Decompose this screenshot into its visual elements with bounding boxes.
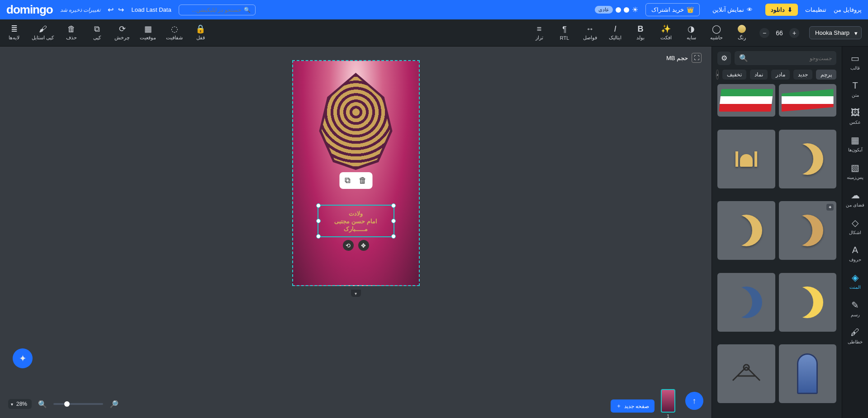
zoom-slider[interactable] [53, 403, 103, 405]
rail-text[interactable]: Tمتن [842, 79, 868, 99]
handle-top-right[interactable] [391, 203, 396, 208]
asset-mosque-clouds[interactable] [717, 130, 775, 188]
font-size-decrease[interactable]: − [759, 28, 769, 38]
canvas-expand-down[interactable]: ▾ [351, 290, 361, 297]
tool-rtl[interactable]: ¶RTL [557, 25, 572, 41]
tool-shadow[interactable]: ◑سایه [683, 25, 699, 41]
page-thumbnail-1[interactable]: 1 [661, 389, 675, 413]
tool-color[interactable]: رنگ [734, 25, 749, 41]
redo-icon[interactable]: ↪ [118, 5, 124, 14]
rail-calligraphy[interactable]: 🖋خطاطی [842, 325, 868, 346]
chip-new[interactable]: جدید [793, 70, 812, 80]
text-line-1[interactable]: ولادت [349, 210, 363, 217]
text-line-3[interactable]: مـــــبارک [344, 225, 368, 232]
arrow-up-icon: ↑ [693, 396, 697, 406]
mode-toggle[interactable]: ☀ عادی [595, 5, 638, 14]
window-shape [797, 353, 818, 394]
subscribe-button[interactable]: 👑 خرید اشتراک [645, 3, 700, 16]
handle-mid-left[interactable] [316, 219, 321, 223]
tool-align[interactable]: ≡تراز [531, 25, 547, 41]
new-page-button[interactable]: ＋ صفحه جدید [611, 399, 655, 413]
zoom-out-icon[interactable]: 🔎 [109, 400, 119, 409]
asset-moon-blue[interactable] [717, 273, 775, 332]
undo-icon[interactable]: ↩ [108, 5, 114, 14]
asset-window-ornate[interactable] [779, 344, 837, 403]
delete-icon[interactable]: 🗑 [359, 176, 367, 185]
tool-spacing[interactable]: ↔فواصل [582, 25, 598, 41]
zoom-slider-knob[interactable] [64, 401, 70, 407]
canvas-frame[interactable]: ⧉ 🗑 ولادت امام حسن مجتبی مـــــبارک ⟲ ✥ … [292, 60, 420, 286]
asset-flag-waving[interactable] [717, 84, 775, 117]
text-selection[interactable]: ولادت امام حسن مجتبی مـــــبارک [318, 205, 394, 237]
chip-mother[interactable]: مادر [771, 70, 790, 80]
chips-scroll-left[interactable]: ‹ [716, 70, 719, 80]
load-last-data-button[interactable]: Load Last Data [131, 6, 171, 13]
tool-italic[interactable]: Iایتالیک [607, 25, 623, 41]
tool-lock-label: قفل [196, 35, 205, 41]
cloud-icon: ☁ [851, 190, 860, 201]
template-icon: ▭ [851, 53, 859, 64]
asset-moon-ornate[interactable] [779, 130, 837, 188]
asset-moon-lanterns[interactable] [717, 201, 775, 260]
tool-bold[interactable]: Bبولد [633, 25, 648, 41]
calligraphy-artwork[interactable] [315, 73, 397, 170]
asset-search-input[interactable] [751, 55, 832, 61]
rail-element[interactable]: ◈المنت [842, 270, 868, 291]
duplicate-icon[interactable]: ⧉ [345, 176, 351, 185]
zoom-in-icon[interactable]: 🔍 [38, 400, 47, 409]
chip-flag[interactable]: پرچم [816, 70, 836, 80]
move-handle[interactable]: ✥ [358, 240, 369, 251]
tool-position[interactable]: ▦موقعیت [140, 25, 156, 41]
font-size-value[interactable]: 66 [773, 29, 786, 37]
tool-border[interactable]: ◯حاشیه [709, 25, 724, 41]
shapes-icon: ◇ [852, 217, 859, 228]
rotate-handle[interactable]: ⟲ [343, 240, 354, 251]
tool-delete[interactable]: 🗑حذف [64, 25, 79, 41]
magic-button[interactable]: ✦ [13, 348, 33, 368]
search-icon: 🔍 [244, 7, 251, 13]
tool-lock[interactable]: 🔒قفل [193, 25, 208, 41]
moon-blue-shape [730, 286, 762, 318]
rail-background[interactable]: ▧پس‌زمینه [842, 160, 868, 182]
tool-opacity[interactable]: ◌شفافیت [166, 25, 183, 41]
tool-layers[interactable]: ≣لایه‌ها [6, 25, 22, 41]
rail-letters[interactable]: Aحروف [842, 243, 868, 264]
profile-link[interactable]: پروفایل من [834, 6, 862, 13]
tool-copy[interactable]: ⧉کپی [89, 25, 104, 41]
filter-button[interactable]: ⚙ [717, 52, 731, 65]
rail-draw[interactable]: ✎رسم [842, 298, 868, 319]
tool-bold-label: بولد [636, 35, 645, 41]
rail-icons[interactable]: ▦آیکون‌ها [842, 133, 868, 154]
handle-bottom-right[interactable] [391, 234, 396, 239]
app-search-input[interactable] [184, 7, 241, 13]
rail-myspace[interactable]: ☁فضای من [842, 188, 868, 209]
font-size-increase[interactable]: + [789, 28, 799, 38]
handle-bottom-left[interactable] [316, 234, 321, 239]
app-search[interactable]: 🔍 [179, 5, 256, 15]
tool-rotate[interactable]: ⟳چرخش [114, 25, 130, 41]
mosque-shape [735, 151, 757, 167]
asset-moon-smooth[interactable]: ✦ [779, 201, 837, 260]
asset-faravahar[interactable] [717, 344, 775, 403]
tool-effect[interactable]: ✨افکت [658, 25, 674, 41]
tool-copy-style[interactable]: 🖌کپی استایل [32, 25, 54, 41]
settings-link[interactable]: تنظیمات [805, 6, 826, 13]
handle-top-left[interactable] [316, 203, 321, 208]
asset-flag-brush[interactable] [779, 84, 837, 117]
download-button[interactable]: ⬇ دانلود [765, 4, 798, 16]
font-family-select[interactable]: Hooka Sharp [809, 26, 862, 39]
pages-bar: ＋ صفحه جدید 1 ↑ [611, 389, 703, 413]
handle-mid-right[interactable] [391, 219, 396, 223]
scroll-top-button[interactable]: ↑ [685, 392, 703, 410]
zoom-value[interactable]: 28% [8, 399, 32, 409]
text-line-2[interactable]: امام حسن مجتبی [334, 218, 377, 225]
preview-button[interactable]: 👁 نمایش آنلاین [707, 4, 759, 16]
chip-symbol[interactable]: نماد [750, 70, 768, 80]
chip-discount[interactable]: تخفیف [722, 70, 746, 80]
rail-photo[interactable]: 🖼عکس [842, 106, 868, 127]
rail-template[interactable]: ▭قالب [842, 51, 868, 72]
rail-shapes[interactable]: ◇اشکال [842, 216, 868, 237]
asset-moon-yellow[interactable] [779, 273, 837, 332]
canvas-size-badge[interactable]: MB حجم ⛶ [666, 53, 702, 63]
asset-search[interactable]: 🔍 [735, 51, 836, 65]
